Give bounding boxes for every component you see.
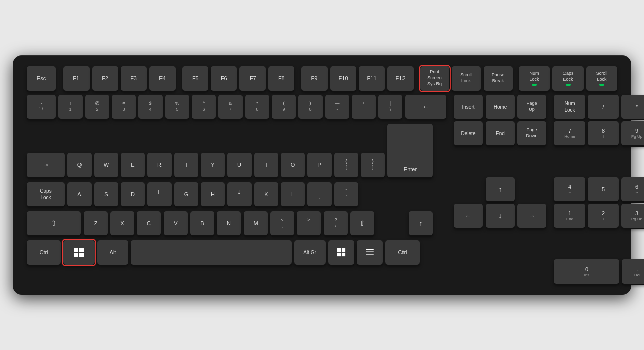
key-pipe[interactable]: | \ bbox=[378, 95, 403, 119]
key-caps-lock[interactable]: CapsLock bbox=[27, 182, 65, 206]
key-f10[interactable]: F10 bbox=[330, 66, 356, 91]
key-right-arrow[interactable]: → bbox=[517, 204, 546, 228]
key-1[interactable]: ! 1 bbox=[58, 95, 83, 119]
key-slash[interactable]: ? / bbox=[324, 211, 348, 235]
key-win-right[interactable] bbox=[328, 240, 354, 265]
key-f2[interactable]: F2 bbox=[92, 66, 118, 91]
key-9[interactable]: ( 9 bbox=[272, 95, 296, 119]
key-lbracket[interactable]: { [ bbox=[334, 153, 358, 177]
key-up-arrow[interactable]: ↑ bbox=[486, 177, 515, 201]
key-win-left[interactable] bbox=[63, 240, 95, 265]
key-f3[interactable]: F3 bbox=[121, 66, 147, 91]
key-5[interactable]: % 5 bbox=[165, 95, 189, 119]
key-f7[interactable]: F7 bbox=[239, 66, 266, 91]
key-scroll-lock[interactable]: ScrollLock bbox=[452, 66, 481, 91]
key-7[interactable]: & 7 bbox=[218, 95, 243, 119]
key-g[interactable]: G bbox=[174, 182, 198, 206]
key-v[interactable]: V bbox=[164, 211, 188, 235]
key-f11[interactable]: F11 bbox=[359, 66, 385, 91]
key-num-8[interactable]: 8 ↑ bbox=[588, 121, 619, 145]
key-page-down[interactable]: PageDown bbox=[517, 121, 546, 145]
key-num-4[interactable]: 4 ← bbox=[554, 177, 585, 201]
key-page-up[interactable]: PageUp bbox=[517, 95, 546, 119]
key-num-3[interactable]: 3 Pg Dn bbox=[621, 204, 644, 228]
key-tilde[interactable]: ~ ` \ bbox=[27, 95, 56, 119]
key-num-lock-indicator[interactable]: NumLock bbox=[519, 66, 550, 91]
key-f6[interactable]: F6 bbox=[211, 66, 237, 91]
key-home[interactable]: Home bbox=[486, 95, 515, 119]
key-i[interactable]: I bbox=[254, 153, 278, 177]
key-a[interactable]: A bbox=[67, 182, 92, 206]
key-num-9[interactable]: 9 Pg Up bbox=[621, 121, 644, 145]
key-scroll-lock-indicator[interactable]: ScrollLock bbox=[586, 66, 617, 91]
key-x[interactable]: X bbox=[110, 211, 134, 235]
key-num-1[interactable]: 1 End bbox=[554, 204, 585, 228]
key-pause-break[interactable]: PauseBreak bbox=[484, 66, 513, 91]
key-num-6[interactable]: 6 → bbox=[621, 177, 644, 201]
key-rbracket[interactable]: } ] bbox=[361, 153, 385, 177]
key-j[interactable]: J ___ bbox=[227, 182, 252, 206]
key-enter[interactable]: Enter bbox=[387, 124, 433, 177]
key-down-arrow[interactable]: ↓ bbox=[486, 204, 515, 228]
key-quote[interactable]: " ' bbox=[334, 182, 358, 206]
key-left-arrow[interactable]: ← bbox=[454, 204, 483, 228]
key-space[interactable] bbox=[131, 240, 292, 265]
key-alt-left[interactable]: Alt bbox=[97, 240, 128, 265]
key-f12[interactable]: F12 bbox=[387, 66, 414, 91]
key-h[interactable]: H bbox=[201, 182, 225, 206]
key-r[interactable]: R bbox=[147, 153, 172, 177]
key-s[interactable]: S bbox=[94, 182, 118, 206]
key-equals[interactable]: + = bbox=[352, 95, 376, 119]
key-backspace[interactable]: ← bbox=[405, 95, 446, 119]
key-z[interactable]: Z bbox=[84, 211, 108, 235]
key-alt-gr[interactable]: Alt Gr bbox=[294, 240, 326, 265]
key-minus[interactable]: — - bbox=[325, 95, 349, 119]
key-tab[interactable]: ⇥ bbox=[27, 153, 65, 177]
key-num-5[interactable]: 5 bbox=[588, 177, 619, 201]
key-num-7[interactable]: 7 Home bbox=[554, 121, 585, 145]
key-q[interactable]: Q bbox=[67, 153, 92, 177]
key-d[interactable]: D bbox=[121, 182, 145, 206]
key-u[interactable]: U bbox=[227, 153, 252, 177]
key-6[interactable]: ^ 6 bbox=[192, 95, 216, 119]
key-o[interactable]: O bbox=[281, 153, 305, 177]
key-f9[interactable]: F9 bbox=[301, 66, 328, 91]
key-num-0[interactable]: 0 Ins bbox=[554, 259, 619, 284]
key-l[interactable]: L bbox=[281, 182, 305, 206]
key-num-del[interactable]: . Del bbox=[622, 259, 644, 284]
key-n[interactable]: N bbox=[217, 211, 241, 235]
key-menu[interactable] bbox=[357, 240, 383, 265]
key-f1[interactable]: F1 bbox=[63, 66, 90, 91]
key-y[interactable]: Y bbox=[201, 153, 225, 177]
key-end[interactable]: End bbox=[486, 121, 515, 145]
key-f[interactable]: F ___ bbox=[147, 182, 172, 206]
key-p[interactable]: P bbox=[307, 153, 332, 177]
key-esc[interactable]: Esc bbox=[27, 66, 56, 91]
key-num-lock[interactable]: NumLock bbox=[554, 95, 585, 119]
key-delete[interactable]: Delete bbox=[454, 121, 483, 145]
key-num-2[interactable]: 2 ↓ bbox=[588, 204, 619, 228]
key-insert[interactable]: Insert bbox=[454, 95, 483, 119]
key-shift-right-arrow[interactable]: ⇧ bbox=[350, 211, 374, 235]
key-print-screen[interactable]: PrintScreenSys Rq bbox=[420, 66, 449, 91]
key-m[interactable]: M bbox=[244, 211, 268, 235]
key-arrow-up[interactable]: ↑ bbox=[409, 211, 433, 235]
key-k[interactable]: K bbox=[254, 182, 278, 206]
key-3[interactable]: # 3 bbox=[112, 95, 136, 119]
key-num-star[interactable]: * bbox=[621, 95, 644, 119]
key-comma[interactable]: < , bbox=[270, 211, 294, 235]
key-ctrl-left[interactable]: Ctrl bbox=[27, 240, 61, 265]
key-f8[interactable]: F8 bbox=[268, 66, 294, 91]
key-caps-lock-indicator[interactable]: CapsLock bbox=[552, 66, 584, 91]
key-num-slash[interactable]: / bbox=[588, 95, 619, 119]
key-b[interactable]: B bbox=[190, 211, 214, 235]
key-t[interactable]: T bbox=[174, 153, 198, 177]
key-4[interactable]: $ 4 bbox=[138, 95, 163, 119]
key-c[interactable]: C bbox=[137, 211, 161, 235]
key-w[interactable]: W bbox=[94, 153, 118, 177]
key-period[interactable]: > . bbox=[297, 211, 321, 235]
key-8[interactable]: * 8 bbox=[245, 95, 269, 119]
key-2[interactable]: @ 2 bbox=[85, 95, 109, 119]
key-semicolon[interactable]: : ; bbox=[307, 182, 332, 206]
key-e[interactable]: E bbox=[121, 153, 145, 177]
